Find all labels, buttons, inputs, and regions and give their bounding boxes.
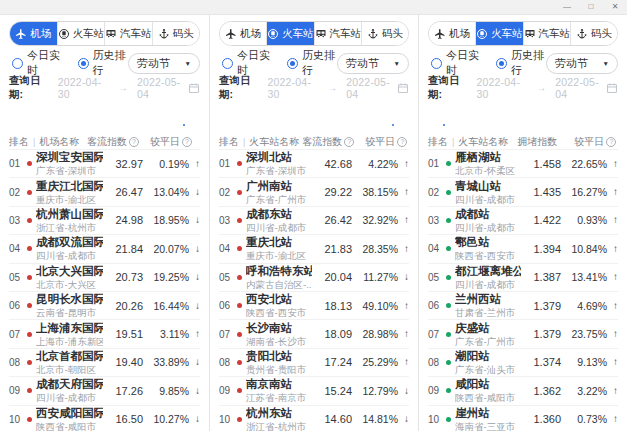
rank-dot-icon bbox=[446, 275, 451, 280]
table-row[interactable]: 06 昆明长水国际... 云南省-昆明市 20.26 16.44% ↓ bbox=[9, 291, 200, 319]
plane-icon bbox=[434, 28, 446, 40]
rank-dot-icon bbox=[237, 360, 242, 365]
table-row[interactable]: 08 北京首都国际... 北京市-朝阳区 19.40 33.89% ↓ bbox=[9, 348, 200, 376]
table-row[interactable]: 09 南京南站 江苏省-南京市 15.24 12.79% ↓ bbox=[219, 376, 409, 404]
date-to-value[interactable]: 2022-05-04 bbox=[555, 76, 606, 100]
table-row[interactable]: 05 呼和浩特东站 内蒙古自治区-... 20.04 11.27% ↓ bbox=[219, 263, 409, 291]
tab-train-station[interactable]: 火车站 bbox=[57, 22, 105, 45]
date-from-value[interactable]: 2022-04-30 bbox=[267, 76, 318, 100]
tab-label: 机场 bbox=[30, 27, 51, 41]
table-row[interactable]: 07 长沙南站 湖南省-长沙市 18.09 28.98% ↑ bbox=[219, 319, 409, 347]
station-name: 北京大兴国际... bbox=[36, 265, 103, 278]
rank-dot-icon bbox=[237, 246, 242, 251]
station-region: 北京市-大兴区 bbox=[36, 279, 103, 290]
trend-arrow-icon: ↑ bbox=[189, 329, 200, 339]
ship-icon bbox=[367, 28, 379, 40]
delta-percent: 4.22% bbox=[352, 158, 398, 170]
date-to-value[interactable]: 2022-05-04 bbox=[137, 76, 188, 100]
table-row[interactable]: 06 西安北站 陕西省-西安市 18.13 49.10% ↑ bbox=[219, 291, 409, 319]
table-row[interactable]: 01 深圳北站 广东省-深圳市 42.68 4.22% ↑ bbox=[219, 149, 409, 177]
holiday-select[interactable]: 劳动节 ▼ bbox=[337, 53, 409, 74]
table-row[interactable]: 06 兰州西站 甘肃省-兰州市 1.379 4.69% ↑ bbox=[428, 291, 618, 319]
table-row[interactable]: 03 成都东站 四川省-成都市 26.42 32.92% ↑ bbox=[219, 206, 409, 234]
station-region: 四川省-成都市 bbox=[36, 392, 103, 403]
table-row[interactable]: 08 贵阳北站 贵州省-贵阳市 17.24 25.29% ↑ bbox=[219, 348, 409, 376]
radio-history-ranking[interactable]: 历史排行 bbox=[496, 48, 546, 78]
trend-arrow-icon: ↓ bbox=[189, 301, 200, 311]
radio-history-ranking[interactable]: 历史排行 bbox=[78, 48, 129, 78]
table-row[interactable]: 07 上海浦东国际... 上海市-浦东新区 19.51 3.11% ↑ bbox=[9, 319, 200, 347]
rank-label: 02 bbox=[219, 187, 236, 198]
tab-train-station[interactable]: 火车站 bbox=[475, 22, 523, 45]
calendar-icon[interactable] bbox=[397, 82, 409, 94]
date-from-value[interactable]: 2022-04-30 bbox=[58, 76, 109, 100]
station-name: 成都双流国际... bbox=[36, 236, 103, 249]
table-row[interactable]: 09 成都天府国际... 四川省-成都市 17.26 9.85% ↓ bbox=[9, 376, 200, 404]
close-button[interactable]: ✕ bbox=[603, 0, 627, 14]
table-row[interactable]: 02 青城山站 四川省-成都市 1.435 16.27% ↑ bbox=[428, 177, 618, 205]
trend-arrow-icon: ↓ bbox=[189, 187, 200, 197]
tab-label: 机场 bbox=[449, 27, 470, 41]
tab-bus-station[interactable]: 汽车站 bbox=[523, 22, 571, 45]
station-region: 广东省-深圳市 bbox=[36, 165, 103, 176]
tab-bus-station[interactable]: 汽车站 bbox=[314, 22, 362, 45]
table-row[interactable]: 04 鄠邑站 陕西省-西安市 1.394 10.84% ↑ bbox=[428, 234, 618, 262]
table-row[interactable]: 05 北京大兴国际... 北京市-大兴区 20.73 19.25% ↓ bbox=[9, 263, 200, 291]
tab-dock[interactable]: 码头 bbox=[570, 22, 617, 45]
date-to-value[interactable]: 2022-05-04 bbox=[346, 76, 397, 100]
trend-arrow-icon: ↑ bbox=[607, 244, 618, 254]
table-row[interactable]: 03 成都站 四川省-成都市 1.422 0.93% ↑ bbox=[428, 206, 618, 234]
holiday-select[interactable]: 劳动节 ▼ bbox=[546, 53, 618, 74]
trend-arrow-icon: ↑ bbox=[398, 357, 409, 367]
index-subtabs bbox=[428, 104, 618, 126]
tab-bus-station[interactable]: 汽车站 bbox=[104, 22, 152, 45]
trend-arrow-icon: ↑ bbox=[398, 159, 409, 169]
rank-dot-icon bbox=[446, 303, 451, 308]
info-icon[interactable]: ? bbox=[344, 137, 354, 147]
tab-dock[interactable]: 码头 bbox=[152, 22, 200, 45]
index-value: 24.98 bbox=[105, 214, 143, 226]
date-from-value[interactable]: 2022-04-30 bbox=[476, 76, 527, 100]
station-region: 内蒙古自治区-... bbox=[246, 279, 312, 290]
table-row[interactable]: 04 成都双流国际... 四川省-成都市 21.84 20.07% ↓ bbox=[9, 234, 200, 262]
table-row[interactable]: 07 庆盛站 广东省-广州市 1.379 23.75% ↑ bbox=[428, 319, 618, 347]
table-row[interactable]: 09 咸阳站 陕西省-咸阳市 1.362 3.22% ↑ bbox=[428, 376, 618, 404]
rank-label: 10 bbox=[219, 414, 236, 425]
index-value: 1.387 bbox=[523, 271, 561, 283]
calendar-icon[interactable] bbox=[188, 82, 200, 94]
table-row[interactable]: 10 西安咸阳国际... 陕西省-咸阳市 16.50 10.27% ↓ bbox=[9, 405, 200, 431]
info-icon[interactable]: ? bbox=[606, 137, 616, 147]
table-row[interactable]: 01 雁栖湖站 北京市-怀柔区 1.458 22.65% ↑ bbox=[428, 149, 618, 177]
table-row[interactable]: 05 都江堰离堆公... 四川省-成都市 1.387 13.41% ↑ bbox=[428, 263, 618, 291]
table-row[interactable]: 10 杭州东站 浙江省-杭州市 14.60 14.81% ↓ bbox=[219, 405, 409, 431]
table-row[interactable]: 01 深圳宝安国际... 广东省-深圳市 32.97 0.19% ↑ bbox=[9, 149, 200, 177]
date-range-arrow: → bbox=[536, 82, 546, 93]
radio-circle-icon bbox=[222, 58, 233, 69]
table-row[interactable]: 04 重庆北站 重庆市-渝北区 21.83 28.35% ↑ bbox=[219, 234, 409, 262]
ranking-table: 01 深圳北站 广东省-深圳市 42.68 4.22% ↑ 02 广州南站 广东… bbox=[219, 149, 409, 431]
index-value: 1.362 bbox=[523, 385, 561, 397]
radio-circle-icon bbox=[78, 58, 89, 69]
trend-arrow-icon: ↓ bbox=[398, 386, 409, 396]
radio-history-ranking[interactable]: 历史排行 bbox=[287, 48, 337, 78]
table-row[interactable]: 08 潮阳站 广东省-汕头市 1.374 9.13% ↑ bbox=[428, 348, 618, 376]
station-name: 都江堰离堆公... bbox=[455, 265, 521, 278]
holiday-select[interactable]: 劳动节 ▼ bbox=[128, 53, 200, 74]
minimize-button[interactable]: — bbox=[555, 0, 579, 14]
maximize-button[interactable]: □ bbox=[579, 0, 603, 14]
tab-airport[interactable]: 机场 bbox=[429, 22, 475, 45]
tab-airport[interactable]: 机场 bbox=[220, 22, 266, 45]
info-icon[interactable]: ? bbox=[129, 137, 139, 147]
trend-arrow-icon: ↑ bbox=[607, 272, 618, 282]
table-row[interactable]: 02 重庆江北国际... 重庆市-渝北区 26.47 13.04% ↓ bbox=[9, 177, 200, 205]
calendar-icon[interactable] bbox=[606, 82, 618, 94]
table-row[interactable]: 03 杭州萧山国际... 浙江省-杭州市 24.98 18.95% ↓ bbox=[9, 206, 200, 234]
table-row[interactable]: 02 广州南站 广东省-广州市 29.22 38.15% ↑ bbox=[219, 177, 409, 205]
tab-airport[interactable]: 机场 bbox=[10, 22, 57, 45]
tab-dock[interactable]: 码头 bbox=[361, 22, 408, 45]
table-row[interactable]: 10 崖州站 海南省-三亚市 1.360 0.73% ↑ bbox=[428, 405, 618, 431]
info-icon[interactable]: ? bbox=[182, 137, 192, 147]
rank-label: 05 bbox=[219, 272, 236, 283]
info-icon[interactable]: ? bbox=[397, 137, 407, 147]
tab-train-station[interactable]: 火车站 bbox=[266, 22, 314, 45]
